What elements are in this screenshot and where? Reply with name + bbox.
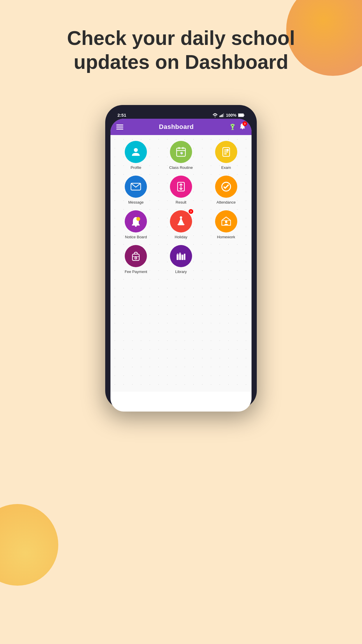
battery-display: 100%	[226, 113, 236, 118]
santa-hat-icon	[175, 216, 187, 227]
notice-board-label: Notice Board	[125, 235, 147, 239]
result-button[interactable]: Result	[164, 176, 198, 204]
fee-payment-icon-circle	[125, 245, 147, 267]
result-icon	[175, 181, 187, 192]
svg-rect-4	[223, 113, 224, 117]
attendance-label: Attendance	[217, 200, 236, 204]
grid-row-3: Notice Board 3 Holiday	[113, 210, 249, 239]
profile-button[interactable]: Profile	[118, 141, 153, 170]
decorative-blob-bottom	[0, 504, 58, 586]
svg-rect-6	[238, 114, 243, 116]
attendance-icon-circle	[215, 176, 237, 198]
svg-point-34	[135, 257, 137, 259]
calendar-icon: 🕐	[175, 146, 187, 158]
fee-payment-label: Fee Payment	[125, 270, 147, 274]
svg-rect-1	[219, 116, 220, 117]
class-routine-button[interactable]: 🕐 Class Routine	[164, 141, 198, 170]
homework-icon-circle	[215, 210, 237, 232]
dashboard-grid: Profile 🕐	[110, 135, 252, 392]
status-bar: 2:51 100%	[110, 110, 252, 119]
svg-point-11	[134, 148, 138, 152]
svg-point-0	[215, 116, 216, 117]
fee-icon	[130, 250, 142, 262]
holiday-badge: 3	[189, 209, 193, 214]
svg-rect-3	[222, 114, 223, 117]
exam-icon	[220, 146, 232, 158]
phone-screen: Dashboard	[110, 119, 252, 412]
svg-rect-38	[184, 254, 185, 260]
signal-icon	[219, 113, 224, 117]
message-label: Message	[128, 200, 144, 204]
class-routine-icon-circle: 🕐	[170, 141, 192, 163]
result-label: Result	[176, 200, 187, 204]
svg-rect-28	[178, 224, 184, 225]
svg-rect-37	[182, 255, 184, 260]
homework-button[interactable]: Homework	[209, 210, 244, 239]
svg-point-40	[179, 253, 181, 254]
profile-icon-circle	[125, 141, 147, 163]
bell-notice-icon	[130, 216, 142, 227]
homework-label: Homework	[217, 235, 235, 239]
fee-payment-button[interactable]: Fee Payment	[118, 245, 153, 274]
notification-badge: 3	[242, 121, 247, 126]
time-display: 2:51	[117, 113, 126, 118]
svg-rect-9	[231, 130, 234, 130]
exam-button[interactable]: Exam	[209, 141, 244, 170]
svg-rect-36	[179, 253, 181, 260]
app-bar-actions: 3	[229, 123, 246, 131]
attendance-button[interactable]: Attendance	[209, 176, 244, 204]
grid-row-4: Fee Payment	[113, 245, 249, 274]
books-icon	[175, 250, 187, 262]
menu-button[interactable]	[116, 125, 123, 130]
check-circle-icon	[220, 181, 232, 192]
library-label: Library	[175, 270, 187, 274]
message-icon-circle	[125, 176, 147, 198]
holiday-label: Holiday	[175, 235, 187, 239]
profile-label: Profile	[131, 165, 141, 170]
svg-point-31	[225, 221, 227, 223]
person-icon	[130, 146, 142, 158]
wifi-icon	[212, 113, 218, 117]
svg-rect-7	[244, 114, 244, 116]
battery-icon	[238, 113, 245, 117]
svg-rect-22	[226, 149, 229, 151]
svg-point-27	[136, 217, 140, 221]
exam-label: Exam	[221, 165, 231, 170]
headline: Check your daily school updates on Dashb…	[0, 26, 362, 74]
svg-rect-35	[177, 254, 179, 260]
holiday-button[interactable]: 3 Holiday	[164, 210, 198, 239]
app-bar: Dashboard	[110, 119, 252, 135]
grid-row-2: Message Result	[113, 176, 249, 204]
svg-point-39	[177, 253, 178, 255]
app-title: Dashboard	[159, 123, 194, 131]
svg-point-29	[180, 216, 182, 219]
grid-row-1: Profile 🕐	[113, 141, 249, 170]
filter-icon[interactable]	[229, 123, 236, 130]
holiday-icon-circle: 3	[170, 210, 192, 232]
homework-icon	[220, 216, 232, 227]
library-button[interactable]: Library	[164, 245, 198, 274]
library-icon-circle	[170, 245, 192, 267]
svg-rect-8	[232, 128, 233, 129]
envelope-icon	[130, 181, 142, 192]
svg-point-10	[232, 125, 233, 126]
svg-rect-2	[221, 115, 222, 117]
notification-button[interactable]: 3	[239, 123, 246, 131]
svg-text:🕐: 🕐	[180, 152, 183, 155]
phone-mockup: 2:51 100%	[105, 105, 257, 408]
exam-icon-circle	[215, 141, 237, 163]
notice-board-icon-circle	[125, 210, 147, 232]
notice-board-button[interactable]: Notice Board	[118, 210, 153, 239]
class-routine-label: Class Routine	[169, 165, 193, 170]
message-button[interactable]: Message	[118, 176, 153, 204]
result-icon-circle	[170, 176, 192, 198]
